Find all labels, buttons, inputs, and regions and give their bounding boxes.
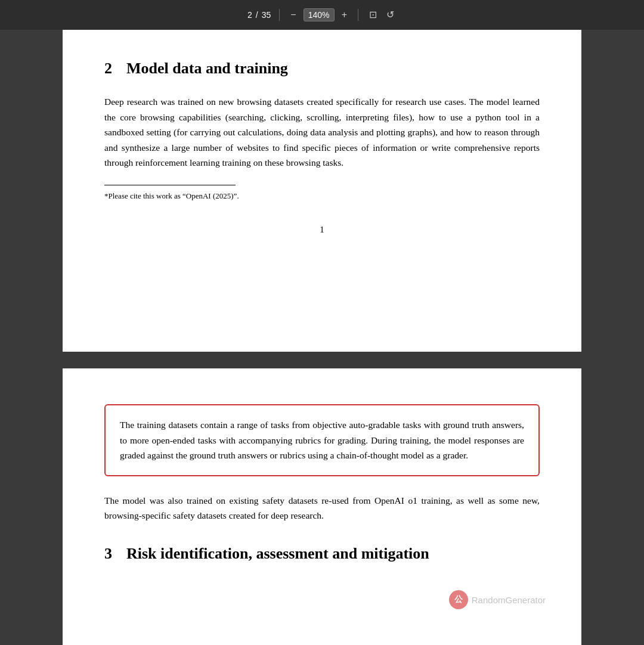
section-2-title: Model data and training	[126, 60, 288, 77]
highlight-box: The training datasets contain a range of…	[104, 404, 540, 476]
watermark-overlay: 公 RandomGenerator	[449, 590, 546, 609]
watermark-icon: 公	[449, 590, 468, 609]
section-2-number: 2	[104, 60, 112, 77]
section-3-number: 3	[104, 545, 112, 563]
section-2-body: Deep research was trained on new browsin…	[104, 94, 540, 170]
zoom-out-button[interactable]: −	[288, 9, 298, 21]
pages-container: 2 Model data and training Deep research …	[0, 30, 644, 645]
page-navigation: 2 / 35	[247, 10, 271, 20]
zoom-in-button[interactable]: +	[339, 9, 349, 21]
divider-2	[358, 9, 358, 21]
page-number-1: 1	[104, 225, 540, 235]
watermark-text: RandomGenerator	[472, 595, 546, 605]
current-page-display: 2	[247, 10, 252, 20]
total-pages-display: 35	[262, 10, 271, 20]
section-3-heading: 3 Risk identification, assessment and mi…	[104, 545, 540, 563]
pdf-page-2: The training datasets contain a range of…	[63, 368, 581, 645]
fit-page-button[interactable]: ⊡	[367, 9, 379, 21]
zoom-input[interactable]	[304, 8, 335, 21]
pdf-page-1: 2 Model data and training Deep research …	[63, 30, 581, 352]
footnote-text: *Please cite this work as “OpenAI (2025)…	[104, 191, 540, 201]
divider-1	[279, 9, 280, 21]
page-separator-slash: /	[256, 10, 258, 20]
section-2-heading: 2 Model data and training	[104, 60, 540, 77]
footnote-divider	[104, 185, 236, 185]
spacer	[104, 523, 540, 545]
pdf-toolbar: 2 / 35 − + ⊡ ↺	[0, 0, 644, 30]
page-separator	[0, 352, 644, 368]
section-2-body-2: The model was also trained on existing s…	[104, 493, 540, 523]
highlight-box-text: The training datasets contain a range of…	[120, 417, 524, 463]
rotate-button[interactable]: ↺	[384, 9, 397, 21]
section-3-title: Risk identification, assessment and miti…	[126, 545, 429, 563]
